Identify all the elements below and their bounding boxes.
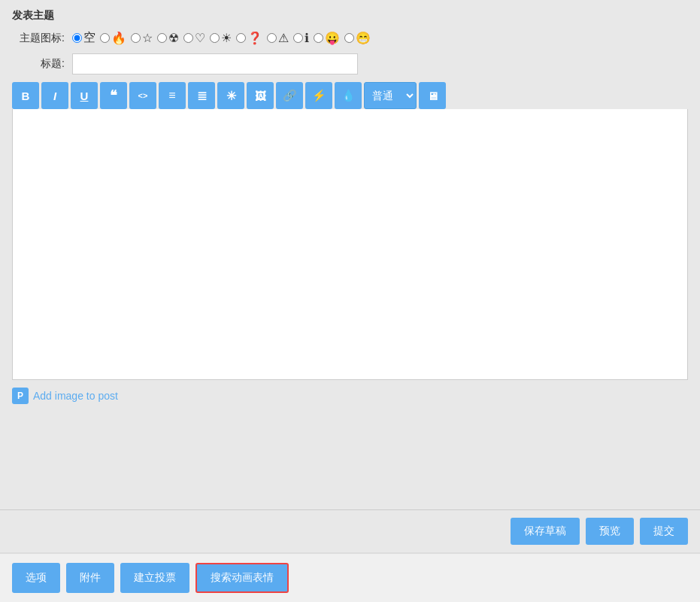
icon-option-triangle[interactable]: ⚠ xyxy=(267,31,289,45)
icon-radio-radiation[interactable] xyxy=(157,33,167,43)
icon-symbol-grin: 😁 xyxy=(356,31,371,45)
title-form-row: 标题: xyxy=(12,53,688,74)
spacer xyxy=(0,412,700,509)
create-poll-button[interactable]: 建立投票 xyxy=(120,563,189,593)
monitor-button[interactable]: 🖥 xyxy=(419,82,446,109)
icon-symbol-question: ❓ xyxy=(247,31,262,45)
icon-option-info[interactable]: ℹ xyxy=(293,31,309,45)
add-image-icon: P xyxy=(12,388,29,404)
icon-radio-tongue[interactable] xyxy=(314,33,323,43)
icon-radio-question[interactable] xyxy=(236,33,246,43)
icon-option-tongue[interactable]: 😛 xyxy=(314,31,340,45)
lightning-button[interactable]: ⚡ xyxy=(305,82,332,109)
add-image-label: Add image to post xyxy=(33,390,118,402)
bold-button[interactable]: B xyxy=(12,82,39,109)
image-button[interactable]: 🖼 xyxy=(247,82,274,109)
add-image-button[interactable]: P Add image to post xyxy=(12,388,118,404)
search-emoji-button[interactable]: 搜索动画表情 xyxy=(195,563,289,593)
icon-option-heart[interactable]: ♡ xyxy=(183,31,205,45)
icon-radio-empty[interactable] xyxy=(72,33,82,43)
title-label: 标题: xyxy=(12,57,72,71)
link-button[interactable]: 🔗 xyxy=(276,82,303,109)
add-image-section: P Add image to post xyxy=(0,380,700,412)
toolbar: B I U ❝ <> ≡ ≣ ✳ 🖼 🔗 ⚡ 💧 普通 标题1 标题2 标题3 … xyxy=(12,82,688,109)
icon-symbol-star: ☆ xyxy=(142,31,153,45)
icon-option-question[interactable]: ❓ xyxy=(236,31,262,45)
special-button[interactable]: ✳ xyxy=(217,82,244,109)
icon-symbol-heart: ♡ xyxy=(195,31,205,45)
icon-symbol-sun: ☀ xyxy=(221,31,232,45)
format-select[interactable]: 普通 标题1 标题2 标题3 xyxy=(364,82,417,109)
save-draft-button[interactable]: 保存草稿 xyxy=(511,518,580,545)
drop-button[interactable]: 💧 xyxy=(335,82,362,109)
attachment-button[interactable]: 附件 xyxy=(66,563,114,593)
icon-radio-triangle[interactable] xyxy=(267,33,277,43)
preview-button[interactable]: 预览 xyxy=(586,518,634,545)
code-button[interactable]: <> xyxy=(129,82,156,109)
icon-option-grin[interactable]: 😁 xyxy=(344,31,371,45)
icon-symbol-empty: 空 xyxy=(83,30,95,46)
footer-bar: 选项 附件 建立投票 搜索动画表情 xyxy=(0,552,700,602)
icon-symbol-triangle: ⚠ xyxy=(278,31,289,45)
icon-radio-sun[interactable] xyxy=(210,33,220,43)
top-section: 发表主题 主题图标: 空 🔥 ☆ ☢ xyxy=(0,0,700,82)
icon-symbol-tongue: 😛 xyxy=(325,31,340,45)
icon-radio-info[interactable] xyxy=(293,33,303,43)
quote-button[interactable]: ❝ xyxy=(100,82,127,109)
icon-label: 主题图标: xyxy=(12,32,72,45)
editor-section: B I U ❝ <> ≡ ≣ ✳ 🖼 🔗 ⚡ 💧 普通 标题1 标题2 标题3 … xyxy=(0,82,700,380)
icon-symbol-info: ℹ xyxy=(305,31,309,45)
editor-body[interactable] xyxy=(12,109,688,380)
ordered-list-button[interactable]: ≣ xyxy=(188,82,215,109)
unordered-list-button[interactable]: ≡ xyxy=(159,82,186,109)
icon-radio-heart[interactable] xyxy=(183,33,193,43)
icon-radio-grin[interactable] xyxy=(344,33,354,43)
page-wrapper: 发表主题 主题图标: 空 🔥 ☆ ☢ xyxy=(0,0,700,602)
icon-option-fire[interactable]: 🔥 xyxy=(100,31,126,45)
icon-radio-fire[interactable] xyxy=(100,33,110,43)
title-input[interactable] xyxy=(72,53,358,74)
icon-form-row: 主题图标: 空 🔥 ☆ ☢ xyxy=(12,30,688,46)
icon-radio-star[interactable] xyxy=(131,33,141,43)
icon-options: 空 🔥 ☆ ☢ ♡ xyxy=(72,30,371,46)
icon-option-radiation[interactable]: ☢ xyxy=(157,31,179,45)
options-button[interactable]: 选项 xyxy=(12,563,60,593)
icon-symbol-fire: 🔥 xyxy=(111,31,126,45)
submit-button[interactable]: 提交 xyxy=(640,518,688,545)
italic-button[interactable]: I xyxy=(41,82,68,109)
icon-option-empty[interactable]: 空 xyxy=(72,30,95,46)
section-title: 发表主题 xyxy=(12,9,688,23)
icon-option-star[interactable]: ☆ xyxy=(131,31,153,45)
icon-option-sun[interactable]: ☀ xyxy=(210,31,232,45)
icon-symbol-radiation: ☢ xyxy=(168,31,179,45)
bottom-action-bar: 保存草稿 预览 提交 xyxy=(0,509,700,552)
underline-button[interactable]: U xyxy=(71,82,98,109)
